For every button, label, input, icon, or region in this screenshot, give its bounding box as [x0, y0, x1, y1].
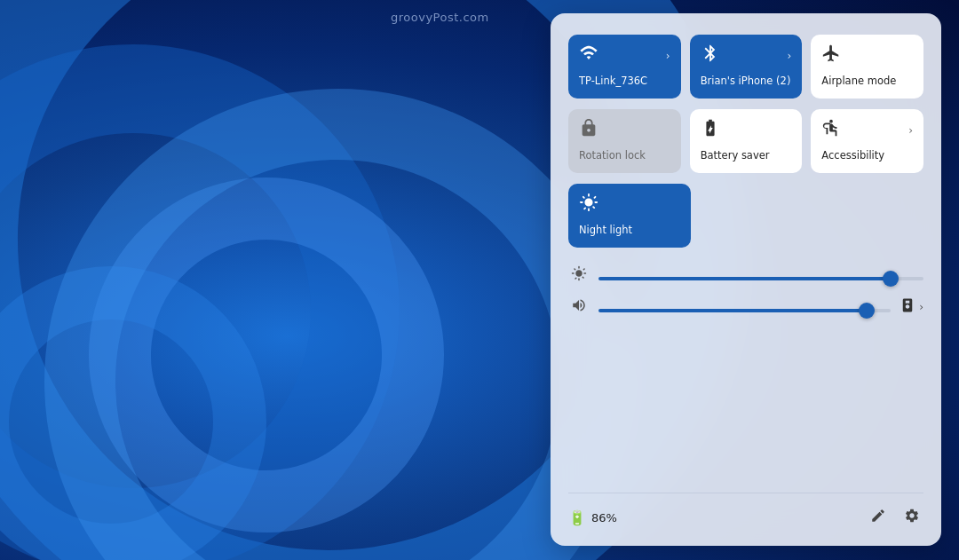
qs-grid-row2: Rotation lock Battery saver — [568, 109, 923, 173]
rotation-lock-tile[interactable]: Rotation lock — [568, 109, 681, 173]
night-light-tile[interactable]: Night light — [568, 184, 691, 248]
rotation-lock-icon — [579, 118, 598, 142]
volume-row: › — [568, 297, 923, 317]
rotation-lock-label: Rotation lock — [579, 149, 646, 162]
brightness-icon — [568, 265, 590, 285]
bluetooth-chevron: › — [788, 50, 792, 62]
battery-saver-icon — [701, 118, 720, 142]
accessibility-icon — [821, 118, 841, 142]
quick-settings-panel: › TP-Link_736C › Brian's iPhone (2) — [551, 13, 941, 546]
bluetooth-label: Brian's iPhone (2) — [701, 75, 791, 87]
battery-percentage: 86% — [591, 511, 617, 525]
brightness-slider-wrapper — [598, 267, 923, 284]
sliders-section: › — [568, 265, 923, 493]
bluetooth-tile[interactable]: › Brian's iPhone (2) — [690, 35, 803, 99]
speaker-icon[interactable] — [900, 297, 915, 317]
accessibility-label: Accessibility — [821, 149, 884, 162]
volume-slider[interactable] — [598, 309, 891, 312]
airplane-tile[interactable]: Airplane mode — [811, 35, 923, 99]
qs-grid-row1: › TP-Link_736C › Brian's iPhone (2) — [568, 35, 923, 99]
volume-device-controls: › — [900, 297, 923, 317]
svg-point-0 — [829, 120, 833, 123]
settings-button[interactable] — [900, 504, 923, 532]
battery-saver-label: Battery saver — [701, 149, 770, 162]
wifi-label: TP-Link_736C — [579, 75, 647, 87]
battery-footer-icon: 🔋 — [568, 509, 586, 526]
volume-slider-wrapper — [598, 299, 891, 316]
wifi-chevron: › — [666, 50, 670, 62]
battery-saver-tile[interactable]: Battery saver — [690, 109, 803, 173]
night-light-label: Night light — [579, 224, 632, 236]
wifi-tile[interactable]: › TP-Link_736C — [568, 35, 681, 99]
brightness-slider[interactable] — [598, 277, 923, 280]
airplane-label: Airplane mode — [821, 75, 896, 87]
volume-device-chevron[interactable]: › — [919, 301, 923, 313]
volume-icon — [568, 297, 590, 317]
bluetooth-icon — [701, 43, 720, 67]
accessibility-chevron: › — [908, 124, 913, 137]
wifi-icon — [579, 43, 598, 67]
night-light-icon — [579, 193, 598, 217]
accessibility-tile[interactable]: › Accessibility — [811, 109, 923, 173]
airplane-icon — [821, 43, 841, 67]
watermark: groovyPost.com — [391, 11, 489, 24]
quick-settings-footer: 🔋 86% — [568, 493, 923, 532]
edit-button[interactable] — [867, 504, 890, 532]
footer-actions — [867, 504, 923, 532]
battery-info: 🔋 86% — [568, 509, 617, 526]
night-light-row: Night light — [568, 184, 923, 248]
brightness-row — [568, 265, 923, 285]
